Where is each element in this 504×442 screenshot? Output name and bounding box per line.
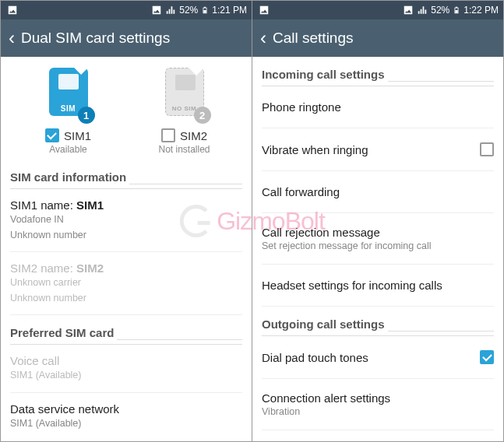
item-phone-ringtone[interactable]: Phone ringtone [262, 86, 494, 128]
sim2-name: SIM2 [180, 129, 207, 142]
item-headset-settings[interactable]: Headset settings for incoming calls [262, 265, 494, 307]
item-sim2-info: SIM2 name: SIM2 Unknown carrier Unknown … [10, 252, 242, 315]
vibrate-checkbox[interactable] [480, 142, 494, 156]
section-incoming: Incoming call settings [262, 57, 494, 86]
item-dial-pad-touch-tones[interactable]: Dial pad touch tones [262, 336, 494, 379]
item-voice-call: Voice call SIM1 (Available) [10, 345, 242, 393]
sim2-checkbox[interactable] [161, 128, 175, 142]
section-outgoing: Outgoing call settings [262, 307, 494, 336]
battery-percent: 52% [431, 5, 449, 16]
back-icon[interactable]: ‹ [9, 29, 15, 47]
svg-rect-1 [456, 10, 458, 12]
picture-icon [151, 5, 162, 16]
battery-icon [201, 5, 209, 16]
sim-slot-row: SIM 1 SIM1 Available NO SIM 2 [10, 57, 242, 160]
picture-icon [7, 5, 18, 16]
status-bar: 52% 1:22 PM [252, 1, 503, 19]
sim1-status: Available [49, 144, 86, 155]
item-call-barring[interactable]: Call barring [262, 430, 494, 441]
item-sim1-info[interactable]: SIM1 name: SIM1 Vodafone IN Unknown numb… [10, 189, 242, 252]
status-bar: 52% 1:21 PM [1, 1, 252, 19]
page-title: Dual SIM card settings [21, 30, 170, 47]
sim1-name: SIM1 [64, 129, 91, 142]
screen-dual-sim: 52% 1:21 PM ‹ Dual SIM card settings SIM… [1, 1, 252, 441]
battery-percent: 52% [179, 5, 198, 16]
battery-icon [453, 5, 460, 16]
sim2-status: Not installed [158, 144, 210, 155]
item-data-service-network[interactable]: Data service network SIM1 (Available) [10, 393, 242, 440]
sim-badge-1: 1 [78, 107, 95, 124]
picture-icon [403, 5, 414, 16]
back-icon[interactable]: ‹ [260, 29, 266, 47]
item-vibrate-when-ringing[interactable]: Vibrate when ringing [262, 128, 494, 171]
item-connection-alert-settings[interactable]: Connection alert settings Vibration [262, 379, 494, 430]
clock-time: 1:21 PM [212, 5, 247, 16]
item-call-rejection-message[interactable]: Call rejection message Set rejection mes… [262, 213, 494, 265]
page-title: Call settings [273, 30, 354, 47]
dialpad-checkbox[interactable] [480, 350, 494, 364]
signal-icon [417, 5, 428, 16]
clock-time: 1:22 PM [463, 5, 499, 16]
title-bar[interactable]: ‹ Call settings [252, 19, 503, 57]
title-bar[interactable]: ‹ Dual SIM card settings [1, 19, 252, 57]
item-call-forwarding[interactable]: Call forwarding [262, 171, 494, 213]
section-sim-card-info: SIM card information [10, 160, 242, 189]
svg-rect-0 [204, 10, 206, 12]
sim-slot-2[interactable]: NO SIM 2 SIM2 Not installed [138, 68, 231, 155]
section-preferred-sim: Preferred SIM card [10, 315, 242, 345]
sim-badge-2: 2 [194, 107, 211, 124]
screen-call-settings: 52% 1:22 PM ‹ Call settings Incoming cal… [252, 1, 503, 441]
sim-slot-1[interactable]: SIM 1 SIM1 Available [22, 68, 115, 155]
signal-icon [165, 5, 176, 16]
picture-icon [259, 5, 270, 16]
sim1-checkbox[interactable] [45, 128, 59, 142]
